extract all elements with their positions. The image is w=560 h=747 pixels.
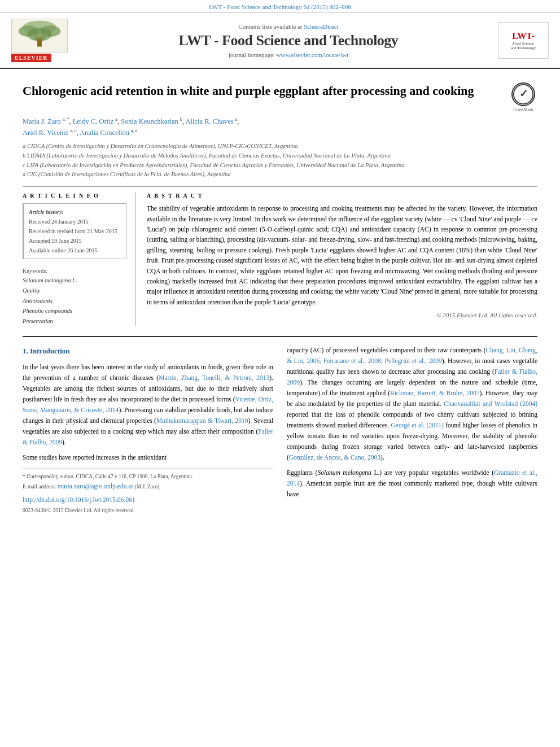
keywords-section: Keywords: Solanum melongena L. Quality A… [23, 266, 126, 326]
two-column-info-abstract: A R T I C L E I N F O Article history: R… [23, 193, 537, 326]
ref-faller2[interactable]: Faller & Fialho, 2009 [287, 368, 537, 386]
affiliation-a: a CIDCA (Centro de Investigación y Desar… [23, 142, 537, 151]
article-info-col: A R T I C L E I N F O Article history: R… [23, 193, 135, 326]
journal-header-right: LWT- Food Scienceand Technology [492, 22, 549, 59]
svg-rect-6 [34, 36, 45, 40]
page-divider [23, 336, 537, 337]
elsevier-brand-label: ELSEVIER [11, 54, 51, 62]
divider-1 [23, 186, 537, 187]
ref-faller1[interactable]: Faller & Fialho, 2009 [23, 428, 273, 445]
ref-george[interactable]: Georgé et al. (2011) [391, 422, 444, 429]
intro-title: Introduction [30, 347, 70, 355]
email-note: E-mail address: maria.zaro@agro.unlp.edu… [23, 481, 273, 491]
author-concellon[interactable]: Analía Concellón [80, 129, 129, 137]
journal-title: LWT - Food Science and Technology [90, 32, 487, 49]
affiliation-b: b LIDMA (Laboratorio de Investigación y … [23, 151, 537, 161]
footnote-area: * Corresponding author. CIDCA, Calle 47 … [23, 469, 273, 515]
lwt-logo-sub: Food Scienceand Technology [511, 41, 536, 50]
keyword-4: Phenolic compounds [23, 306, 126, 316]
lwt-logo-box: LWT- Food Scienceand Technology [498, 22, 549, 59]
article-history: Article history: Received 24 January 201… [29, 207, 121, 255]
right-paragraph-2: Eggplants (Solanum melongena L.) are ver… [287, 468, 537, 500]
author-keunchkarian[interactable]: Sonia Keunchkarian [121, 117, 178, 125]
author-chaves[interactable]: Alicia R. Chaves [186, 117, 234, 125]
crossmark-logo: ✓ CrossMark [509, 83, 537, 111]
copyright-line: © 2015 Elsevier Ltd. All rights reserved… [147, 312, 537, 318]
ref-gonzalez[interactable]: González, de Ancos, & Cano, 2003 [289, 454, 380, 461]
top-bar: LWT - Food Science and Technology 64 (20… [0, 0, 560, 13]
journal-citation: LWT - Food Science and Technology 64 (20… [209, 3, 351, 10]
accepted-date: Accepted 19 June 2015 [29, 236, 121, 246]
keywords-label: Keywords: [23, 266, 126, 276]
article-title: Chlorogenic acid retention in white and … [23, 83, 501, 99]
keyword-5: Preservation [23, 316, 126, 326]
authors-text: María J. Zaro a, *, Leidy C. Ortiz a, So… [23, 117, 239, 137]
keyword-1: Solanum melongena L. [23, 276, 126, 286]
intro-paragraph-2: Some studies have reported increases in … [23, 452, 273, 463]
journal-homepage: journal homepage: www.elsevier.com/locat… [90, 51, 487, 58]
journal-header: ELSEVIER Contents lists available at Sci… [0, 13, 560, 69]
affiliation-c: c LIPA (Laboratorio de Investigación en … [23, 161, 537, 171]
body-two-column: 1. Introduction In the last years there … [23, 345, 537, 514]
crossmark-circle: ✓ [511, 82, 535, 106]
corresponding-note: * Corresponding author. CIDCA, Calle 47 … [23, 473, 273, 481]
available-online: Available online 26 June 2015 [29, 246, 121, 255]
abstract-text: The stability of vegetable antioxidants … [147, 203, 537, 307]
sciencedirect-line: Contents lists available at ScienceDirec… [90, 23, 487, 30]
keyword-2: Quality [23, 286, 126, 296]
body-left-col: 1. Introduction In the last years there … [23, 345, 273, 514]
authors-section: María J. Zaro a, *, Leidy C. Ortiz a, So… [23, 116, 537, 138]
ref-chaovanalikit[interactable]: Chaovanalikit and Wrolstad (2004) [444, 400, 537, 407]
sciencedirect-link[interactable]: ScienceDirect [304, 23, 339, 30]
elsevier-logo-section: ELSEVIER [11, 19, 85, 62]
received-revised: Received in revised form 21 May 2015 [29, 226, 121, 236]
issn-line: 0023-6438/© 2015 Elsevier Ltd. All right… [23, 506, 273, 515]
contents-text: Contents lists available at [238, 23, 302, 30]
abstract-heading: A B S T R A C T [147, 193, 537, 199]
intro-paragraph-1: In the last years there has been interes… [23, 362, 273, 448]
doi-line: http://dx.doi.org/10.1016/j.lwt.2015.06.… [23, 495, 273, 505]
email-link[interactable]: maria.zaro@agro.unlp.edu.ar [58, 483, 133, 490]
doi-link[interactable]: http://dx.doi.org/10.1016/j.lwt.2015.06.… [23, 496, 135, 503]
article-title-section: Chlorogenic acid retention in white and … [23, 77, 537, 111]
ref-vicente[interactable]: Vicente, Ortiz, Sozzi, Manganaris, & Cri… [23, 396, 273, 413]
main-content: Chlorogenic acid retention in white and … [0, 69, 560, 526]
article-history-box: Article history: Received 24 January 201… [23, 203, 126, 259]
intro-number: 1. [23, 347, 28, 355]
homepage-link[interactable]: www.elsevier.com/locate/lwt [277, 51, 349, 58]
svg-text:✓: ✓ [519, 88, 528, 99]
keyword-3: Antioxidants [23, 296, 126, 306]
author-vicente[interactable]: Ariel R. Vicente [23, 129, 68, 137]
abstract-col: A B S T R A C T The stability of vegetab… [147, 193, 537, 326]
journal-header-center: Contents lists available at ScienceDirec… [90, 23, 487, 58]
author-ortiz[interactable]: Leidy C. Ortiz [73, 117, 114, 125]
history-label: Article history: [29, 207, 121, 217]
ref-martin[interactable]: Martin, Zhang, Tonelli, & Petroni, 2013 [159, 374, 269, 381]
affiliations-section: a CIDCA (Centro de Investigación y Desar… [23, 142, 537, 180]
intro-heading: 1. Introduction [23, 345, 273, 357]
homepage-text: journal homepage: [229, 51, 275, 58]
elsevier-tree-graphic [11, 19, 68, 53]
elsevier-logo: ELSEVIER [11, 19, 85, 62]
ref-muthukumarappan[interactable]: Muthukumarappan & Tiwari, 2010 [156, 417, 248, 424]
ref-chang[interactable]: Chang, Lin, Chang, & Liu, 2006; Ferracan… [287, 347, 537, 364]
article-info-heading: A R T I C L E I N F O [23, 193, 126, 199]
body-right-col: capacity (AC) of processed vegetables co… [287, 345, 537, 514]
lwt-logo-text: LWT- [512, 31, 535, 41]
crossmark-label: CrossMark [511, 107, 535, 112]
affiliation-d: d CIC (Comisión de Investigaciones Cient… [23, 170, 537, 180]
received-date: Received 24 January 2015 [29, 217, 121, 226]
right-paragraph-1: capacity (AC) of processed vegetables co… [287, 345, 537, 463]
ref-rickman[interactable]: Rickman, Barrett, & Bruhn, 2007 [390, 390, 479, 396]
author-zaro[interactable]: María J. Zaro [23, 117, 61, 125]
